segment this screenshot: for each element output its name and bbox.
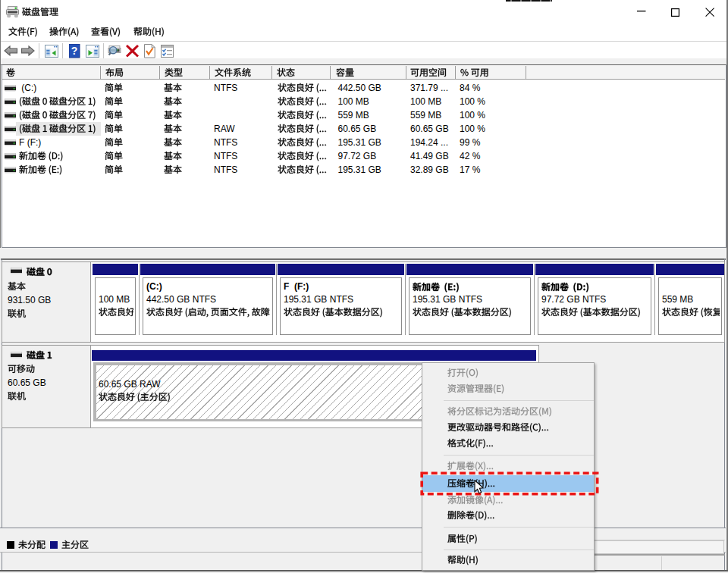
svg-text:?: ? [71, 45, 78, 57]
